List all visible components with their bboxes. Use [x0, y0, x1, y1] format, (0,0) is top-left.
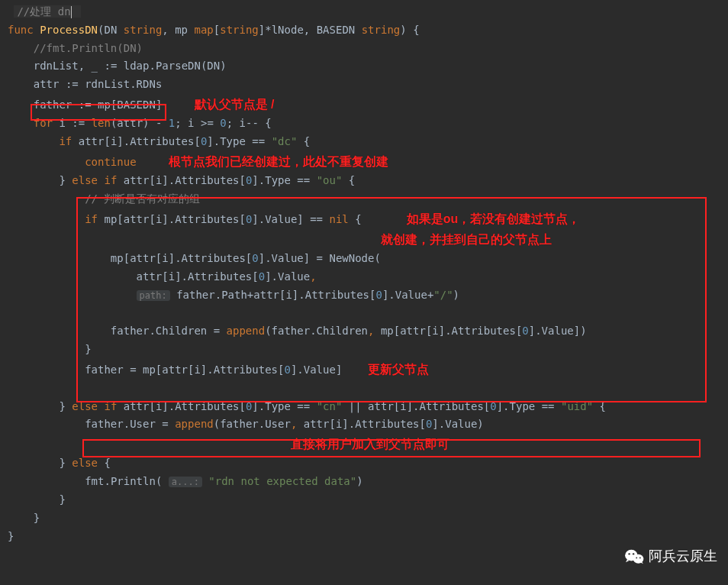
code-line: 直接将用户加入到父节点即可	[8, 434, 728, 454]
param-hint: a...:	[169, 477, 202, 487]
param-hint: path:	[137, 290, 170, 301]
watermark: 阿兵云原生	[624, 545, 717, 568]
code-line: mp[attr[i].Attributes[0].Value] = NewNod…	[8, 250, 728, 268]
code-line: }	[8, 341, 728, 359]
code-line: if mp[attr[i].Attributes[0].Value] == ni…	[8, 208, 728, 229]
code-line: father.User = append(father.User, attr[i…	[8, 415, 728, 434]
code-line: func ProcessDN(DN string, mp map[string]…	[8, 21, 728, 40]
svg-point-5	[639, 557, 641, 558]
code-line: for i := len(attr) - 1; i >= 0; i-- {	[8, 115, 728, 133]
code-line: }	[8, 491, 728, 509]
wechat-icon	[624, 548, 644, 565]
svg-point-2	[628, 553, 630, 554]
annotation: 直接将用户加入到父节点即可	[291, 438, 449, 451]
code-line: attr := rdnList.RDNs	[8, 76, 728, 94]
code-line: //fmt.Println(DN)	[8, 40, 728, 58]
annotation: 默认父节点是 /	[195, 98, 275, 111]
code-line: //处理 dn	[8, 3, 728, 21]
annotation: 就创建，并挂到自己的父节点上	[381, 233, 552, 246]
code-line: 就创建，并挂到自己的父节点上	[8, 229, 728, 250]
text-cursor	[71, 6, 72, 18]
code-line: path: father.Path+attr[i].Attributes[0].…	[8, 286, 728, 305]
code-line: if attr[i].Attributes[0].Type == "dc" {	[8, 133, 728, 151]
code-line: } else if attr[i].Attributes[0].Type == …	[8, 172, 728, 190]
code-line: // 判断是否有对应的组	[8, 190, 728, 208]
code-line: } else {	[8, 454, 728, 473]
annotation: 根节点我们已经创建过，此处不重复创建	[169, 155, 388, 168]
comment-input[interactable]: //处理 dn	[14, 5, 81, 18]
code-line	[8, 304, 728, 322]
code-line: father.Children = append(father.Children…	[8, 322, 728, 341]
watermark-text: 阿兵云原生	[649, 545, 717, 568]
code-line: }	[8, 509, 728, 528]
svg-point-4	[636, 557, 637, 558]
code-line: }	[8, 528, 728, 546]
annotation: 如果是ou，若没有创建过节点，	[407, 212, 581, 225]
annotation: 更新父节点	[368, 363, 429, 376]
code-line: fmt.Println( a...: "rdn not expected dat…	[8, 473, 728, 491]
code-line: } else if attr[i].Attributes[0].Type == …	[8, 398, 728, 416]
code-line: father = mp[attr[i].Attributes[0].Value]…	[8, 359, 728, 380]
code-line: rdnList, _ := ldap.ParseDN(DN)	[8, 57, 728, 76]
svg-point-3	[633, 553, 634, 554]
code-editor[interactable]: //处理 dn func ProcessDN(DN string, mp map…	[0, 0, 728, 548]
code-line	[8, 380, 728, 398]
code-line: attr[i].Attributes[0].Value,	[8, 268, 728, 286]
code-line: continue 根节点我们已经创建过，此处不重复创建	[8, 151, 728, 172]
code-line: father := mp[BASEDN] 默认父节点是 /	[8, 94, 728, 115]
